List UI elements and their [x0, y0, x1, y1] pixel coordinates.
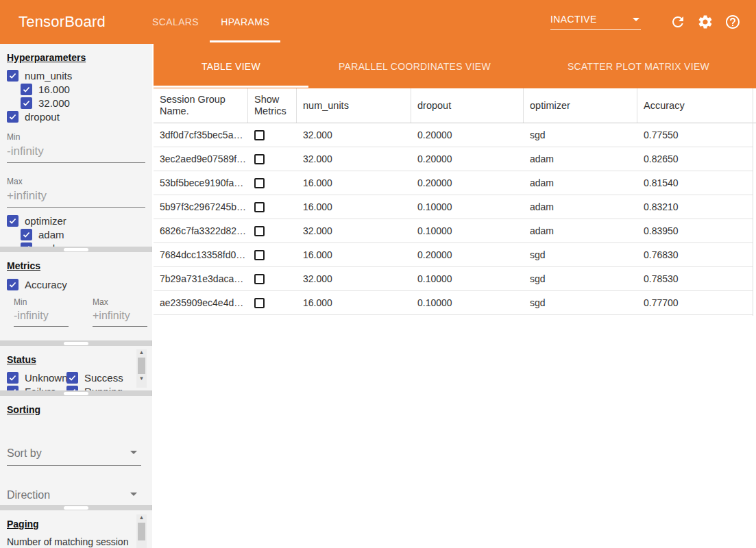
plugin-tabs: SCALARS HPARAMS	[141, 0, 280, 44]
checkbox-unchecked[interactable]	[254, 178, 265, 188]
num-units-value-16[interactable]: 16.000	[21, 83, 152, 95]
checkbox-checked[interactable]	[7, 70, 19, 82]
checkbox-checked[interactable]	[7, 215, 19, 227]
hparam-optimizer-label: optimizer	[25, 215, 66, 227]
panel-resize-handle[interactable]	[0, 390, 152, 396]
table-row[interactable]: 3ec2aed9e07589f… 32.000 0.20000 adam 0.8…	[154, 147, 753, 171]
view-tabs: TABLE VIEW PARALLEL COORDINATES VIEW SCA…	[154, 44, 756, 88]
accuracy-value: 0.81540	[637, 177, 750, 188]
tab-scatter-plot-matrix-label: SCATTER PLOT MATRIX VIEW	[568, 61, 709, 72]
optimizer-value: adam	[524, 177, 637, 188]
checkbox-unchecked[interactable]	[254, 226, 265, 236]
panel-resize-handle[interactable]	[0, 505, 152, 510]
active-tab-indicator	[154, 86, 308, 88]
direction-select[interactable]: Direction	[7, 486, 141, 505]
hparam-num-units[interactable]: num_units	[7, 69, 152, 82]
tab-parallel-coordinates-view[interactable]: PARALLEL COORDINATES VIEW	[308, 44, 521, 88]
dropout-value: 0.20000	[411, 153, 524, 164]
hparam-dropout[interactable]: dropout	[7, 110, 152, 123]
scrollbar-thumb[interactable]	[138, 358, 145, 374]
accuracy-value: 0.83950	[637, 225, 750, 236]
num-units-value-32[interactable]: 32.000	[21, 97, 152, 109]
panel-resize-handle[interactable]	[0, 340, 152, 346]
table-row[interactable]: 5b97f3c2967245b… 16.000 0.10000 adam 0.8…	[154, 195, 753, 219]
dropout-value: 0.20000	[411, 249, 524, 260]
session-group-name: 7b29a731e3daca…	[154, 273, 248, 284]
status-scrollbar[interactable]: ▲ ▼	[136, 349, 147, 388]
scroll-up-icon[interactable]: ▲	[139, 514, 145, 521]
tab-scalars[interactable]: SCALARS	[141, 0, 210, 44]
dropout-max-input[interactable]	[7, 186, 145, 208]
status-unknown[interactable]: Unknown	[7, 371, 66, 384]
table-row[interactable]: 53bf5bece9190fa… 16.000 0.20000 adam 0.8…	[154, 171, 753, 195]
scroll-up-icon[interactable]: ▲	[139, 349, 145, 356]
scrollbar-thumb[interactable]	[138, 523, 145, 540]
table-row[interactable]: 7b29a731e3daca… 32.000 0.10000 sgd 0.785…	[154, 267, 753, 291]
show-metrics-cell	[248, 178, 297, 188]
session-group-name: 6826c7fa3322d82…	[154, 225, 248, 236]
checkbox-checked[interactable]	[7, 111, 19, 123]
checkbox-checked[interactable]	[21, 229, 32, 240]
chevron-down-icon	[633, 18, 639, 21]
tab-scatter-plot-matrix-view[interactable]: SCATTER PLOT MATRIX VIEW	[521, 44, 756, 88]
checkbox-unchecked[interactable]	[254, 202, 265, 212]
column-header-show-metrics[interactable]: Show Metrics	[248, 88, 297, 123]
metric-max-label: Max	[93, 297, 147, 307]
paging-scrollbar[interactable]: ▲	[136, 514, 147, 548]
checkbox-unchecked[interactable]	[254, 274, 265, 284]
sort-by-select[interactable]: Sort by	[7, 445, 141, 466]
panel-resize-handle[interactable]	[0, 247, 152, 252]
chevron-down-icon	[130, 493, 137, 496]
tab-hparams[interactable]: HPARAMS	[210, 0, 280, 44]
optimizer-value: sgd	[524, 297, 637, 308]
optimizer-value-sgd[interactable]: sgd	[21, 242, 152, 247]
checkbox-unchecked[interactable]	[254, 250, 265, 260]
table-right-rule	[753, 88, 753, 316]
scroll-down-icon[interactable]: ▼	[139, 375, 145, 382]
accuracy-value: 0.77550	[637, 129, 750, 140]
table-row[interactable]: 7684dcc13358fd0… 16.000 0.20000 sgd 0.76…	[154, 243, 753, 267]
column-header-optimizer[interactable]: optimizer	[524, 88, 637, 123]
dropout-min-input[interactable]	[7, 142, 145, 163]
metric-minmax: Min Max	[14, 297, 152, 327]
status-success[interactable]: Success	[66, 371, 134, 384]
checkbox-checked[interactable]	[66, 372, 78, 384]
num-units-value: 32.000	[297, 129, 411, 140]
checkbox-checked[interactable]	[7, 372, 19, 384]
checkbox-checked[interactable]	[21, 97, 32, 109]
status-running[interactable]: Running	[66, 385, 134, 390]
session-groups-table: Session Group Name. Show Metrics num_uni…	[154, 88, 756, 548]
table-row[interactable]: 6826c7fa3322d82… 32.000 0.10000 adam 0.8…	[154, 219, 753, 243]
status-failure[interactable]: Failure	[7, 385, 66, 390]
optimizer-value-adam[interactable]: adam	[21, 228, 152, 240]
checkbox-unchecked[interactable]	[254, 298, 265, 308]
checkbox-unchecked[interactable]	[254, 130, 265, 140]
column-header-dropout[interactable]: dropout	[411, 88, 524, 123]
metric-max-input[interactable]	[93, 307, 147, 327]
hparam-optimizer[interactable]: optimizer	[7, 214, 152, 227]
dropout-value: 0.10000	[411, 273, 524, 284]
metric-min-label: Min	[14, 297, 69, 307]
table-row[interactable]: ae235909ec4e4d… 16.000 0.10000 sgd 0.777…	[154, 291, 753, 315]
checkbox-checked[interactable]	[7, 279, 19, 290]
metric-min-input[interactable]	[14, 307, 69, 327]
checkbox-checked[interactable]	[7, 386, 19, 391]
table-row[interactable]: 3df0d7cf35bec5a… 32.000 0.20000 sgd 0.77…	[154, 123, 753, 147]
settings-gear-icon[interactable]	[697, 14, 714, 30]
checkbox-checked[interactable]	[66, 386, 78, 391]
column-header-accuracy[interactable]: Accuracy	[637, 88, 753, 123]
column-header-num-units[interactable]: num_units	[297, 88, 411, 123]
metric-accuracy[interactable]: Accuracy	[7, 278, 152, 290]
checkbox-checked[interactable]	[21, 84, 32, 95]
refresh-icon[interactable]	[670, 14, 686, 30]
column-header-session-group-name[interactable]: Session Group Name.	[154, 88, 248, 123]
reload-status-select[interactable]: INACTIVE	[550, 14, 641, 30]
status-heading: Status	[7, 354, 36, 365]
checkbox-unchecked[interactable]	[254, 154, 265, 164]
show-metrics-cell	[248, 154, 297, 164]
hyperparameters-heading: Hyperparameters	[7, 52, 86, 63]
help-icon[interactable]	[724, 14, 741, 30]
dropout-value: 0.20000	[411, 177, 524, 188]
tab-table-view[interactable]: TABLE VIEW	[154, 44, 308, 88]
num-units-value: 16.000	[297, 297, 411, 308]
